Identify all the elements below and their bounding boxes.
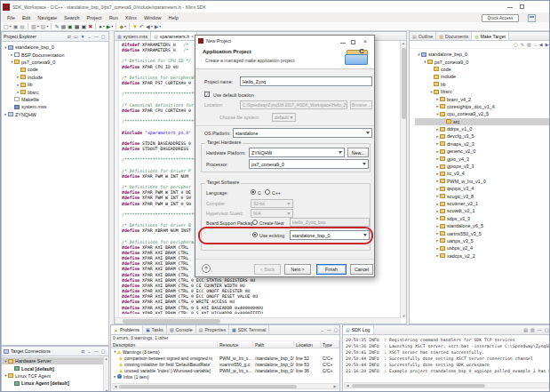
- browse-button[interactable]: Browse...: [350, 100, 372, 109]
- tree-item-standalone-bsp-0[interactable]: ▾standalone_bsp_0: [2, 44, 108, 51]
- column-header-description[interactable]: Description: [111, 341, 218, 348]
- filter-icon[interactable]: ▼: [81, 34, 85, 39]
- forward-history-icon[interactable]: ▶: [155, 23, 159, 30]
- home-icon[interactable]: ⌂: [534, 42, 537, 47]
- language-cpp-radio[interactable]: [265, 189, 270, 195]
- tree-item-sdps-v3-3[interactable]: ▸sdps_v3_3: [415, 215, 550, 222]
- editor-vertical-scrollbar[interactable]: ▲ ▼: [400, 41, 406, 319]
- tab-properties[interactable]: ▤Properties: [196, 325, 229, 334]
- column-header-type[interactable]: Type: [321, 341, 339, 348]
- finish-button[interactable]: Finish: [316, 264, 347, 275]
- menu-project[interactable]: Project: [84, 14, 106, 21]
- menu-run[interactable]: Run: [106, 14, 122, 21]
- menu-xilinx[interactable]: Xilinx: [122, 14, 140, 21]
- clear-log-icon[interactable]: ▤: [523, 327, 528, 332]
- run-icon[interactable]: ▶: [107, 23, 111, 30]
- tree-item-gpiops-v3-3[interactable]: ▸gpiops_v3_3: [415, 163, 550, 170]
- tree-item-uartps-v3-5[interactable]: ▸uartps_v3_5: [415, 237, 550, 244]
- tree-item-linux-agent-default[interactable]: Linux Agent [default]: [2, 380, 108, 387]
- tree-item-libsrc[interactable]: ▾libsrc: [415, 88, 550, 95]
- tree-item-zynqhw[interactable]: ▸ZYNQHW: [2, 111, 108, 118]
- clean-icon-menu[interactable]: ▾: [46, 24, 48, 28]
- minimize-icon[interactable]: —: [327, 327, 331, 332]
- sdk-log-output[interactable]: 20:59:35 INFO : Registering command hand…: [343, 335, 550, 378]
- problem-row[interactable]: missing initializer for field 'DefaultBa…: [111, 361, 339, 367]
- external-tools-icon[interactable]: ◆: [119, 23, 124, 30]
- tree-item-dmaps-v2-3[interactable]: ▸dmaps_v2_3: [415, 140, 550, 148]
- menu-file[interactable]: File: [4, 14, 19, 21]
- tree-item-hardware-server[interactable]: ▾Hardware Server: [2, 357, 108, 364]
- scroll-up-icon[interactable]: ▲: [104, 356, 108, 362]
- build-all-icon-menu[interactable]: ▾: [37, 24, 39, 28]
- scrollbar-thumb[interactable]: [123, 319, 220, 324]
- view-menu-icon[interactable]: ⌄: [88, 34, 92, 39]
- tree-item-ddrps-v1-0[interactable]: ▸ddrps_v1_0: [415, 125, 550, 132]
- scrollbar-thumb[interactable]: [119, 385, 297, 388]
- window-maximize-icon[interactable]: [520, 4, 524, 9]
- menu-search[interactable]: Search: [60, 14, 83, 21]
- back-icon[interactable]: ◀: [539, 42, 543, 47]
- tree-item-scutimer-v2-1[interactable]: ▸scutimer_v2_1: [415, 200, 550, 207]
- link-with-editor-icon[interactable]: ⇄: [68, 34, 71, 39]
- scroll-down-icon[interactable]: ▼: [104, 388, 109, 392]
- tree-item-bram-v4-2[interactable]: ▸bram_v4_2: [415, 95, 550, 102]
- tree-item-gpio-v4-3[interactable]: ▸gpio_v4_3: [415, 155, 550, 162]
- tab-sdk-terminal[interactable]: ▦SDK Terminal: [229, 325, 269, 334]
- window-minimize-icon[interactable]: [507, 7, 513, 8]
- problem-row[interactable]: unused variable 'Index' [-Wunused-variab…: [111, 367, 339, 373]
- tree-item-uartns550-v3-5[interactable]: ▸uartns550_v3_5: [415, 229, 550, 236]
- scroll-left-icon[interactable]: ◀: [113, 384, 118, 389]
- tree-item-linux-tcf-agent[interactable]: ▾Linux TCF Agent: [2, 372, 108, 380]
- create-new-bsp-radio[interactable]: [252, 220, 258, 225]
- close-icon[interactable]: ×: [191, 34, 194, 39]
- tab-system-mss[interactable]: ▦system.mss: [115, 32, 151, 40]
- run-icon-menu[interactable]: ▾: [111, 24, 113, 28]
- problem-group-infos-1-item[interactable]: ▸iInfos (1 item): [111, 373, 339, 380]
- tree-item-generic-v2-0[interactable]: ▸generic_v2_0: [415, 148, 550, 155]
- menu-window[interactable]: Window: [140, 14, 165, 21]
- tree-item-scugic-v3-8[interactable]: ▸scugic_v3_8: [415, 192, 550, 199]
- scrollbar-thumb[interactable]: [352, 384, 485, 388]
- tree-item-usbps-v2-4[interactable]: ▸usbps_v2_4: [415, 244, 550, 252]
- new-window-icon[interactable]: ▦: [60, 23, 66, 30]
- dump-icon[interactable]: ▣: [81, 23, 86, 30]
- tree-item-lib[interactable]: lib: [415, 81, 550, 88]
- tree-item-devcfg-v3-5[interactable]: ▸devcfg_v3_5: [415, 132, 550, 140]
- save-all-icon[interactable]: ▤: [20, 23, 25, 30]
- minimize-icon[interactable]: —: [538, 327, 542, 332]
- back-history-icon[interactable]: ◀: [146, 23, 150, 30]
- tree-item-xadcps-v2-2[interactable]: ▸xadcps_v2_2: [415, 252, 550, 260]
- scrollbar-thumb[interactable]: [402, 48, 406, 119]
- scroll-lock-icon[interactable]: ▥: [530, 327, 535, 332]
- tab-documents[interactable]: ▥Documents: [436, 32, 472, 40]
- tree-item-qspips-v3-4[interactable]: ▸qspips_v3_4: [415, 185, 550, 192]
- next-button[interactable]: Next >: [284, 264, 311, 275]
- tree-item-standalone-bsp-0[interactable]: ▾standalone_bsp_0: [415, 51, 550, 58]
- back-history-icon-menu[interactable]: ▾: [151, 24, 153, 28]
- scroll-up-icon[interactable]: ▲: [401, 41, 406, 46]
- tree-item-ps7-cortexa9-0[interactable]: ▾ps7_cortexa9_0: [2, 59, 108, 66]
- scroll-right-icon[interactable]: ▶: [332, 384, 338, 389]
- editor-horizontal-scrollbar[interactable]: [115, 317, 401, 324]
- tree-item-iic-v3-4[interactable]: ▸iic_v3_4: [415, 170, 550, 177]
- program-fpga-icon[interactable]: ▣: [68, 23, 73, 30]
- edit-icon[interactable]: ✎: [54, 23, 59, 30]
- new-wizard-icon-menu[interactable]: ▾: [10, 24, 12, 28]
- cancel-button[interactable]: Cancel: [350, 264, 373, 275]
- scroll-left-icon[interactable]: ◀: [345, 383, 350, 388]
- tree-item-include[interactable]: include: [415, 73, 550, 80]
- new-hardware-button[interactable]: New...: [347, 148, 369, 157]
- tree-item-bsp-documentation[interactable]: ▸BSP Documentation: [2, 51, 108, 58]
- minimize-icon[interactable]: —: [94, 34, 99, 39]
- tab-tasks[interactable]: ▣Tasks: [143, 325, 167, 334]
- tree-item-system-mss[interactable]: system.mss: [2, 103, 108, 110]
- problem-group-warnings-3-items[interactable]: ▾Warnings (3 items): [111, 348, 339, 355]
- dialog-close-icon[interactable]: ×: [363, 38, 367, 44]
- tree-item-code[interactable]: code: [415, 66, 550, 73]
- maximize-icon[interactable]: ▢: [334, 327, 339, 332]
- tab-sdk-log[interactable]: ▤SDK Log: [343, 325, 374, 334]
- maximize-icon[interactable]: ▢: [101, 348, 106, 354]
- sdk-log-horizontal-scrollbar[interactable]: ◀: [344, 382, 549, 388]
- tree-item-pwm-w-int-v1-0[interactable]: ▸PWM_w_Int_v1_0: [415, 178, 550, 185]
- tab-console[interactable]: ▥Console: [167, 325, 196, 334]
